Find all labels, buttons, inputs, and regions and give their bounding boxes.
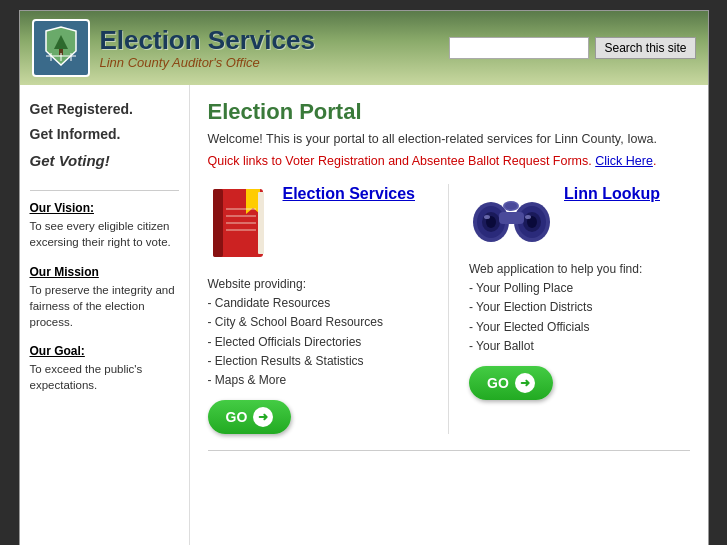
quick-links: Quick links to Voter Registration and Ab… (208, 153, 690, 171)
welcome-text: Welcome! This is your portal to all elec… (208, 131, 690, 149)
go-arrow-2: ➜ (515, 373, 535, 393)
page-title: Election Portal (208, 99, 690, 125)
svg-rect-25 (499, 212, 524, 224)
sidebar-mission: Our Mission To preserve the integrity an… (30, 265, 179, 330)
svg-point-24 (525, 215, 531, 219)
svg-point-27 (505, 203, 517, 210)
election-services-title[interactable]: Election Services (283, 184, 416, 203)
bottom-divider (208, 450, 690, 451)
header-subtitle: Linn County Auditor's Office (100, 55, 315, 70)
election-services-header: Election Services (208, 184, 429, 267)
tagline-registered: Get Registered. (30, 97, 179, 122)
tagline-voting: Get Voting! (30, 147, 179, 174)
sidebar-vision: Our Vision: To see every eligible citize… (30, 201, 179, 250)
go-label-1: GO (226, 409, 248, 425)
election-services-body: Website providing: - Candidate Resources… (208, 275, 383, 390)
quick-links-text: Quick links to Voter Registration and Ab… (208, 154, 592, 168)
svg-rect-10 (258, 192, 264, 254)
svg-point-19 (484, 215, 490, 219)
vision-text: To see every eligible citizen excersing … (30, 220, 171, 248)
header-title-block: Election Services Linn County Auditor's … (100, 26, 315, 70)
logo-icon (36, 23, 86, 73)
go-label-2: GO (487, 375, 509, 391)
svg-rect-8 (213, 189, 223, 257)
binoculars-icon (469, 184, 554, 252)
go-arrow-1: ➜ (253, 407, 273, 427)
election-services-go-button[interactable]: GO ➜ (208, 400, 292, 434)
header: Election Services Linn County Auditor's … (20, 11, 708, 85)
logo-box (32, 19, 90, 77)
vision-title: Our Vision: (30, 201, 179, 215)
main-layout: Get Registered. Get Informed. Get Voting… (20, 85, 708, 545)
goal-text: To exceed the public's expectations. (30, 363, 143, 391)
service-cards: Election Services Website providing: - C… (208, 184, 690, 434)
search-input[interactable] (449, 37, 589, 59)
sidebar-divider-1 (30, 190, 179, 191)
tagline-informed: Get Informed. (30, 122, 179, 147)
sidebar-tagline: Get Registered. Get Informed. Get Voting… (30, 97, 179, 174)
linn-lookup-body: Web application to help you find: - Your… (469, 260, 642, 356)
election-services-card: Election Services Website providing: - C… (208, 184, 429, 434)
mission-title: Our Mission (30, 265, 179, 279)
linn-lookup-go-button[interactable]: GO ➜ (469, 366, 553, 400)
period: . (653, 154, 656, 168)
card-divider (448, 184, 449, 434)
linn-lookup-title[interactable]: Linn Lookup (564, 184, 660, 203)
linn-lookup-header: Linn Lookup (469, 184, 690, 252)
search-button[interactable]: Search this site (595, 37, 695, 59)
content-area: Election Portal Welcome! This is your po… (190, 85, 708, 545)
click-here-link[interactable]: Click Here (595, 154, 653, 168)
header-title: Election Services (100, 26, 315, 55)
sidebar: Get Registered. Get Informed. Get Voting… (20, 85, 190, 545)
header-left: Election Services Linn County Auditor's … (32, 19, 315, 77)
mission-text: To preserve the integrity and fairness o… (30, 284, 175, 328)
book-icon (208, 184, 273, 267)
goal-title: Our Goal: (30, 344, 179, 358)
sidebar-goal: Our Goal: To exceed the public's expecta… (30, 344, 179, 393)
header-search: Search this site (449, 37, 695, 59)
linn-lookup-card: Linn Lookup Web application to help you … (469, 184, 690, 434)
